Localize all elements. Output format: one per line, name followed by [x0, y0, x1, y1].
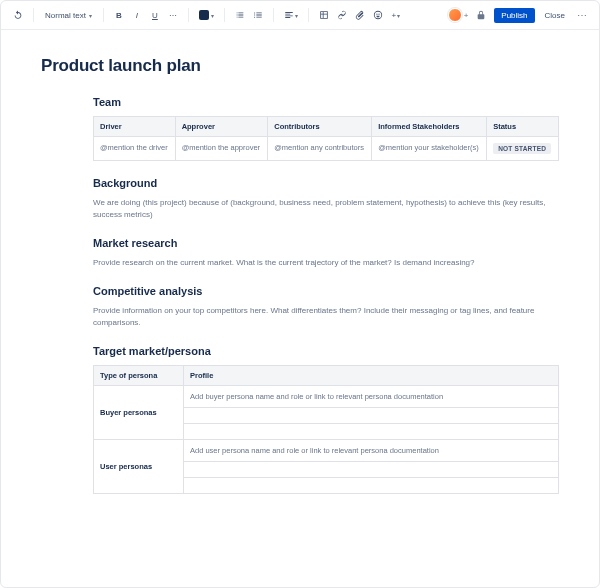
chevron-down-icon: ▾ [89, 12, 92, 19]
color-swatch-icon [199, 10, 209, 20]
chevron-down-icon: ▾ [397, 12, 400, 19]
editor-page[interactable]: Product launch plan Team Driver Approver… [1, 30, 599, 586]
table-row: User personas Add user persona name and … [94, 440, 559, 462]
underline-button[interactable]: U [148, 7, 162, 23]
table-row: Driver Approver Contributors Informed St… [94, 117, 559, 137]
th-stakeholders[interactable]: Informed Stakeholders [372, 117, 487, 137]
text-style-label: Normal text [45, 11, 86, 20]
section-heading-market[interactable]: Market research [93, 237, 559, 249]
td-status[interactable]: NOT STARTED [487, 137, 559, 161]
invite-user-button[interactable]: + [464, 11, 469, 20]
restrictions-button[interactable] [474, 7, 488, 23]
th-driver[interactable]: Driver [94, 117, 176, 137]
bold-button[interactable]: B [112, 7, 126, 23]
bullet-list-button[interactable] [233, 7, 247, 23]
page-title[interactable]: Product launch plan [41, 56, 559, 76]
td-driver[interactable]: @mention the driver [94, 137, 176, 161]
table-row: @mention the driver @mention the approve… [94, 137, 559, 161]
td-empty[interactable] [184, 408, 559, 424]
team-table[interactable]: Driver Approver Contributors Informed St… [93, 116, 559, 161]
td-persona-text[interactable]: Add user persona name and role or link t… [184, 440, 559, 462]
more-actions-button[interactable]: ⋯ [575, 10, 589, 21]
td-empty[interactable] [184, 462, 559, 478]
td-contributors[interactable]: @mention any contributors [268, 137, 372, 161]
td-stakeholders[interactable]: @mention your stakeholder(s) [372, 137, 487, 161]
status-badge[interactable]: NOT STARTED [493, 143, 551, 154]
chevron-down-icon: ▾ [295, 12, 298, 19]
italic-button[interactable]: I [130, 7, 144, 23]
text-color-button[interactable]: ▾ [197, 7, 216, 23]
th-status[interactable]: Status [487, 117, 559, 137]
td-empty[interactable] [184, 478, 559, 494]
table-button[interactable] [317, 7, 331, 23]
td-persona-text[interactable]: Add buyer persona name and role or link … [184, 386, 559, 408]
section-heading-persona[interactable]: Target market/persona [93, 345, 559, 357]
publish-button[interactable]: Publish [494, 8, 534, 23]
th-persona-type[interactable]: Type of persona [94, 366, 184, 386]
td-persona-label[interactable]: Buyer personas [94, 386, 184, 440]
link-button[interactable] [335, 7, 349, 23]
chevron-down-icon: ▾ [211, 12, 214, 19]
undo-button[interactable] [11, 7, 25, 23]
page-content[interactable]: Team Driver Approver Contributors Inform… [93, 96, 559, 494]
section-heading-competitive[interactable]: Competitive analysis [93, 285, 559, 297]
insert-more-button[interactable]: +▾ [389, 7, 403, 23]
section-heading-team[interactable]: Team [93, 96, 559, 108]
text-style-select[interactable]: Normal text ▾ [42, 11, 95, 20]
table-row: Buyer personas Add buyer persona name an… [94, 386, 559, 408]
body-text[interactable]: Provide research on the current market. … [93, 257, 559, 269]
th-persona-profile[interactable]: Profile [184, 366, 559, 386]
numbered-list-button[interactable] [251, 7, 265, 23]
body-text[interactable]: We are doing (this project) because of (… [93, 197, 559, 221]
td-approver[interactable]: @mention the approver [175, 137, 268, 161]
editor-toolbar: Normal text ▾ B I U ⋯ ▾ ▾ +▾ + Publish C… [1, 1, 599, 30]
section-heading-background[interactable]: Background [93, 177, 559, 189]
emoji-button[interactable] [371, 7, 385, 23]
table-row: Type of persona Profile [94, 366, 559, 386]
td-persona-label[interactable]: User personas [94, 440, 184, 494]
td-empty[interactable] [184, 424, 559, 440]
th-approver[interactable]: Approver [175, 117, 268, 137]
attachment-button[interactable] [353, 7, 367, 23]
more-formatting-button[interactable]: ⋯ [166, 7, 180, 23]
th-contributors[interactable]: Contributors [268, 117, 372, 137]
avatar[interactable] [448, 8, 462, 22]
close-button[interactable]: Close [541, 8, 569, 23]
persona-table[interactable]: Type of persona Profile Buyer personas A… [93, 365, 559, 494]
body-text[interactable]: Provide information on your top competit… [93, 305, 559, 329]
alignment-button[interactable]: ▾ [282, 7, 300, 23]
